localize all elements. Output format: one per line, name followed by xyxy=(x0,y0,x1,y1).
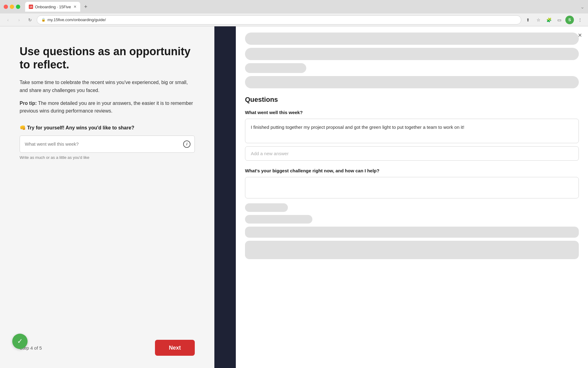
question1-label: What went well this week? xyxy=(245,110,579,115)
page-title: Use questions as an opportunity to refle… xyxy=(20,45,195,71)
address-bar[interactable]: 🔒 my.15five.com/onboarding/guide/ xyxy=(37,15,521,25)
wins-input[interactable] xyxy=(20,136,195,153)
questions-section-title: Questions xyxy=(245,96,579,104)
pro-tip-label: Pro tip: xyxy=(20,101,37,106)
forward-button[interactable]: › xyxy=(15,16,23,24)
window-controls: ⌄ xyxy=(580,4,584,10)
bottom-skeleton-2 xyxy=(245,215,312,224)
bottom-skeleton-4 xyxy=(245,241,579,259)
dark-divider xyxy=(214,26,236,368)
refresh-button[interactable]: ↻ xyxy=(26,16,34,24)
question1-answer: I finished putting together my project p… xyxy=(245,119,579,143)
next-button[interactable]: Next xyxy=(155,340,195,356)
left-panel: Use questions as an opportunity to refle… xyxy=(0,26,214,368)
sidebar-toggle-button[interactable]: ▭ xyxy=(555,16,564,24)
extensions-button[interactable]: 🧩 xyxy=(545,16,553,24)
question2-label: What's your biggest challenge right now,… xyxy=(245,168,579,173)
minimize-window-button[interactable] xyxy=(10,5,14,9)
close-panel-button[interactable]: × xyxy=(578,31,582,39)
helpdesk-check-icon: ✓ xyxy=(17,337,23,345)
traffic-lights xyxy=(4,5,20,9)
input-info-icon: i xyxy=(183,140,190,148)
bottom-skeleton-1 xyxy=(245,203,288,212)
lock-icon: 🔒 xyxy=(41,18,46,22)
add-answer-placeholder: Add a new answer xyxy=(251,151,288,156)
try-yourself-label: 👊 Try for yourself! Any wins you'd like … xyxy=(20,125,195,131)
skeleton-block-4 xyxy=(245,76,579,88)
tab-title: Onboarding · 15Five xyxy=(35,5,71,9)
tab-bar: 15 Onboarding · 15Five ✕ + xyxy=(25,2,578,12)
pro-tip-text: Pro tip: The more detailed you are in yo… xyxy=(20,99,195,115)
nav-actions: ⬆ ☆ 🧩 ▭ S ⋮ xyxy=(524,16,584,24)
profile-avatar[interactable]: S xyxy=(565,16,574,24)
description-text: Take some time to celebrate the recent w… xyxy=(20,79,195,94)
right-panel: × Questions What went well this week? I … xyxy=(236,26,588,368)
input-hint: Write as much or as a little as you'd li… xyxy=(20,155,195,160)
bottom-bar: ✓ Step 4 of 5 Next xyxy=(20,340,195,356)
url-text: my.15five.com/onboarding/guide/ xyxy=(47,17,106,22)
back-button[interactable]: ‹ xyxy=(4,16,12,24)
browser-nav: ‹ › ↻ 🔒 my.15five.com/onboarding/guide/ … xyxy=(0,13,588,26)
close-window-button[interactable] xyxy=(4,5,8,9)
active-tab[interactable]: 15 Onboarding · 15Five ✕ xyxy=(25,2,80,12)
questions-section: Questions What went well this week? I fi… xyxy=(245,96,579,198)
add-answer-box[interactable]: Add a new answer xyxy=(245,146,579,161)
bottom-skeleton-3 xyxy=(245,227,579,238)
menu-button[interactable]: ⋮ xyxy=(576,16,584,24)
input-wrapper: i xyxy=(20,136,195,153)
skeleton-block-1 xyxy=(245,33,579,45)
skeleton-block-3 xyxy=(245,63,306,73)
browser-chrome: 15 Onboarding · 15Five ✕ + ⌄ ‹ › ↻ 🔒 my.… xyxy=(0,0,588,26)
bookmark-button[interactable]: ☆ xyxy=(534,16,543,24)
page-container: Use questions as an opportunity to refle… xyxy=(0,26,588,368)
share-button[interactable]: ⬆ xyxy=(524,16,532,24)
maximize-window-button[interactable] xyxy=(16,5,20,9)
browser-titlebar: 15 Onboarding · 15Five ✕ + ⌄ xyxy=(0,0,588,13)
new-tab-button[interactable]: + xyxy=(81,2,90,11)
tab-favicon-icon: 15 xyxy=(29,5,33,9)
top-skeleton-group xyxy=(245,33,579,88)
question2-answer-area[interactable] xyxy=(245,177,579,198)
tab-close-button[interactable]: ✕ xyxy=(74,5,77,9)
bottom-skeleton-group xyxy=(245,203,579,259)
skeleton-block-2 xyxy=(245,48,579,60)
